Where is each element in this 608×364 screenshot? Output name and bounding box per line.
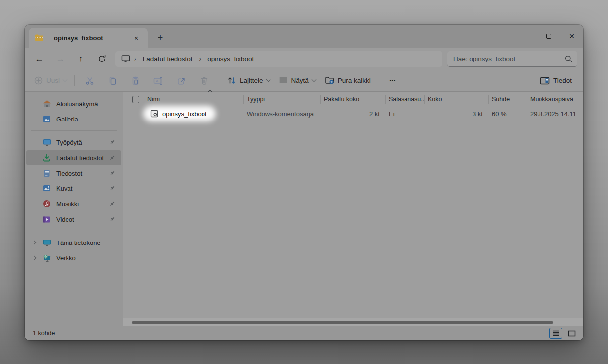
sidebar-item-label: Työpöytä [56, 139, 107, 146]
forward-button[interactable]: → [50, 51, 70, 67]
sidebar-item-label: Kuvat [56, 185, 107, 192]
pin-icon [107, 216, 117, 222]
sidebar-item-label: Aloitusnäkymä [56, 100, 121, 108]
details-view-toggle[interactable] [549, 328, 562, 339]
horizontal-scrollbar[interactable] [123, 318, 583, 326]
expand-chevron-icon[interactable] [26, 241, 42, 244]
sort-icon [227, 76, 236, 85]
toolbar-separator [74, 75, 75, 86]
cut-button[interactable] [80, 72, 100, 89]
sidebar-divider [31, 231, 117, 231]
details-view-icon [552, 330, 560, 336]
breadcrumb: › Ladatut tiedostot › opinsys_fixboot [115, 51, 442, 67]
breadcrumb-chevron-icon: › [133, 55, 137, 63]
view-button[interactable]: Näytä [274, 72, 320, 89]
sidebar-item-pictures[interactable]: Kuvat [26, 181, 121, 196]
details-pane-icon [540, 77, 550, 85]
file-name: opinsys_fixboot [162, 110, 207, 118]
file-ratio: 60 % [489, 110, 527, 118]
tab-title: opinsys_fixboot [54, 34, 125, 42]
paste-button[interactable] [126, 72, 145, 89]
sidebar-item-network[interactable]: Verkko [26, 250, 121, 265]
maximize-icon [546, 34, 551, 39]
column-header-packed-size[interactable]: Pakattu koko [321, 95, 386, 104]
item-count: 1 kohde [33, 330, 55, 337]
chevron-down-icon [311, 77, 316, 82]
maximize-button[interactable] [538, 25, 560, 48]
refresh-icon [98, 55, 106, 63]
breadcrumb-item-ladatut-tiedostot[interactable]: Ladatut tiedostot [139, 54, 196, 64]
file-type: Windows-komentosarja [244, 110, 321, 118]
column-header-type[interactable]: Tyyppi [244, 95, 321, 104]
rename-icon: A [153, 76, 163, 85]
sidebar-item-documents[interactable]: Tiedostot [26, 166, 121, 181]
column-header-name[interactable]: Nimi [144, 95, 244, 104]
column-header-size[interactable]: Koko [425, 95, 489, 104]
sort-button-label: Lajittele [240, 77, 263, 84]
new-button[interactable]: Uusi [30, 72, 71, 89]
select-all-checkbox[interactable] [123, 96, 144, 103]
sidebar-item-home[interactable]: Aloitusnäkymä [26, 96, 121, 111]
sidebar-item-label: Videot [56, 216, 107, 223]
file-packed-size: 2 kt [321, 110, 386, 118]
back-button[interactable]: ← [29, 51, 50, 67]
file-size: 3 kt [425, 110, 489, 118]
large-icons-view-icon [568, 330, 576, 337]
sidebar-item-label: Ladatut tiedostot [56, 154, 107, 162]
sidebar-item-downloads[interactable]: Ladatut tiedostot [26, 150, 121, 165]
extract-all-button[interactable]: Pura kaikki [320, 72, 375, 89]
sidebar-item-videos[interactable]: Videot [26, 212, 121, 227]
column-header-row: Nimi Tyyppi Pakattu koko Salasanasu... K… [123, 92, 583, 106]
file-password-protected: Ei [386, 110, 425, 118]
sidebar-item-this-pc[interactable]: Tämä tietokone [26, 235, 121, 250]
sidebar-item-desktop[interactable]: Työpöytä [26, 135, 121, 150]
status-bar-separator [62, 330, 62, 337]
extract-folder-icon [325, 76, 335, 85]
tab-close-button[interactable]: × [130, 31, 143, 44]
view-button-label: Näytä [291, 77, 309, 84]
new-tab-button[interactable]: + [153, 30, 168, 45]
home-icon [42, 99, 51, 108]
large-icons-view-toggle[interactable] [565, 328, 578, 339]
breadcrumb-chevron-icon: › [198, 55, 203, 63]
sidebar-item-label: Tämä tietokone [56, 239, 121, 246]
gallery-icon [42, 115, 51, 123]
delete-button[interactable] [194, 72, 214, 89]
share-button[interactable] [171, 72, 191, 89]
search-input[interactable] [453, 55, 561, 62]
more-options-button[interactable]: ••• [384, 72, 401, 89]
minimize-button[interactable]: — [515, 25, 538, 48]
videos-icon [42, 215, 51, 224]
breadcrumb-item-opinsys-fixboot[interactable]: opinsys_fixboot [204, 54, 257, 64]
close-button[interactable]: ✕ [560, 25, 583, 48]
tab-bar: opinsys_fixboot × + — ✕ [25, 25, 583, 48]
tab-opinsys-fixboot[interactable]: opinsys_fixboot × [29, 28, 148, 48]
expand-chevron-icon[interactable] [26, 256, 42, 259]
sidebar-divider [31, 130, 117, 131]
desktop-location-icon[interactable] [121, 55, 130, 63]
pin-icon [107, 155, 117, 161]
command-toolbar: Uusi A [25, 70, 583, 92]
refresh-button[interactable] [91, 51, 112, 67]
toolbar-separator [379, 75, 379, 86]
horizontal-scrollbar-thumb[interactable] [132, 321, 553, 324]
documents-icon [42, 169, 51, 178]
sort-button[interactable]: Lajittele [223, 72, 274, 89]
rename-button[interactable]: A [148, 72, 168, 89]
navigation-bar: ← → ↑ › Ladatut tiedostot › opinsys_fixb… [25, 48, 583, 70]
details-pane-button[interactable]: Tiedot [536, 72, 576, 89]
status-bar: 1 kohde [25, 326, 583, 340]
sidebar-item-gallery[interactable]: Galleria [26, 112, 121, 126]
up-button[interactable]: ↑ [70, 51, 91, 67]
search-box[interactable] [447, 51, 577, 67]
explorer-window: opinsys_fixboot × + — ✕ ← → ↑ [25, 25, 583, 340]
column-header-ratio[interactable]: Suhde [489, 95, 527, 104]
column-header-password[interactable]: Salasanasu... [386, 95, 425, 104]
sidebar-item-music[interactable]: Musiikki [26, 196, 121, 211]
column-header-modified[interactable]: Muokkauspäivä [527, 95, 583, 104]
copy-button[interactable] [103, 72, 123, 89]
music-icon [42, 199, 51, 208]
search-icon [565, 55, 572, 62]
file-row-opinsys-fixboot[interactable]: opinsys_fixboot Windows-komentosarja 2 k… [123, 106, 583, 121]
view-toggle-group [549, 328, 578, 339]
